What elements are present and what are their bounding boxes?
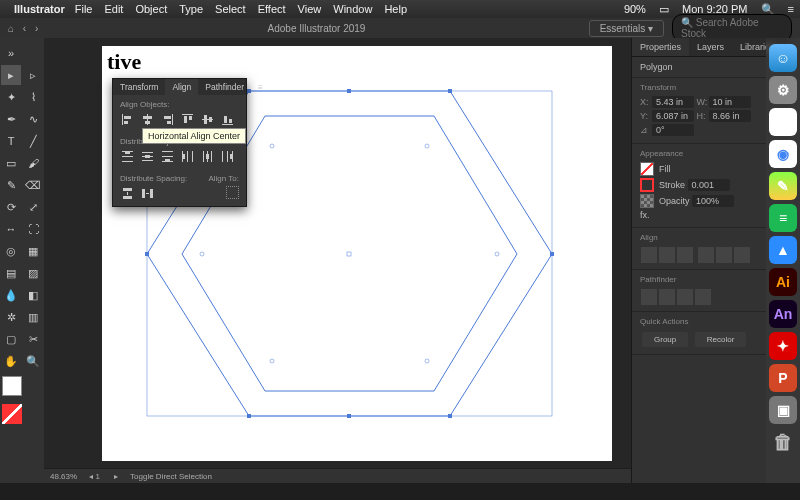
p-align-right-icon[interactable] (677, 247, 693, 263)
brand-text[interactable]: tive (107, 49, 141, 75)
stroke-color-well[interactable] (2, 404, 22, 424)
paintbrush-tool[interactable]: 🖌 (23, 153, 43, 173)
menu-window[interactable]: Window (333, 3, 372, 15)
fwd-icon[interactable]: › (35, 23, 38, 34)
panel-menu-icon[interactable]: ≡ (251, 79, 270, 95)
align-hcenter-icon[interactable] (140, 112, 155, 127)
dock-finder[interactable]: ☺ (769, 44, 797, 72)
recolor-button[interactable]: Recolor (695, 332, 747, 347)
tab-transform[interactable]: Transform (113, 79, 165, 95)
lasso-tool[interactable]: ⌇ (23, 87, 43, 107)
hand-tool[interactable]: ✋ (1, 351, 21, 371)
perspective-tool[interactable]: ▦ (23, 241, 43, 261)
rectangle-tool[interactable]: ▭ (1, 153, 21, 173)
dock-safari[interactable]: ▲ (769, 236, 797, 264)
tab-align[interactable]: Align (165, 79, 198, 95)
menu-effect[interactable]: Effect (258, 3, 286, 15)
dist-top-icon[interactable] (120, 149, 135, 164)
direct-selection-tool[interactable]: ▹ (23, 65, 43, 85)
transform-x[interactable]: 5.43 in (652, 96, 694, 108)
dock-spotify[interactable]: ≡ (769, 204, 797, 232)
gradient-tool[interactable]: ▨ (23, 263, 43, 283)
dock-settings[interactable]: ⚙ (769, 76, 797, 104)
dock-animate[interactable]: An (769, 300, 797, 328)
menu-type[interactable]: Type (179, 3, 203, 15)
pen-tool[interactable]: ✒ (1, 109, 21, 129)
stroke-swatch[interactable] (640, 178, 654, 192)
free-transform-tool[interactable]: ⛶ (23, 219, 43, 239)
tab-pathfinder[interactable]: Pathfinder (198, 79, 251, 95)
p-align-left-icon[interactable] (641, 247, 657, 263)
blend-tool[interactable]: ◧ (23, 285, 43, 305)
mesh-tool[interactable]: ▤ (1, 263, 21, 283)
dock-illustrator[interactable]: Ai (769, 268, 797, 296)
dist-space-h-icon[interactable] (140, 186, 155, 201)
dock-trash[interactable]: 🗑 (769, 428, 797, 456)
shaper-tool[interactable]: ✎ (1, 175, 21, 195)
p-align-hcenter-icon[interactable] (659, 247, 675, 263)
artboard-nav[interactable]: ◂ 1 ▸ (89, 472, 118, 481)
opacity-value[interactable]: 100% (692, 195, 734, 207)
menu-select[interactable]: Select (215, 3, 246, 15)
p-align-bottom-icon[interactable] (734, 247, 750, 263)
menu-help[interactable]: Help (384, 3, 407, 15)
transform-angle[interactable]: 0° (652, 124, 694, 136)
menu-edit[interactable]: Edit (104, 3, 123, 15)
align-right-icon[interactable] (160, 112, 175, 127)
workspace-switcher[interactable]: Essentials ▾ (589, 20, 664, 37)
dist-right-icon[interactable] (220, 149, 235, 164)
pf-exclude-icon[interactable] (695, 289, 711, 305)
align-bottom-icon[interactable] (220, 112, 235, 127)
shape-builder-tool[interactable]: ◎ (1, 241, 21, 261)
menu-object[interactable]: Object (135, 3, 167, 15)
group-button[interactable]: Group (642, 332, 688, 347)
back-icon[interactable]: ‹ (23, 23, 26, 34)
eraser-tool[interactable]: ⌫ (23, 175, 43, 195)
transform-y[interactable]: 6.087 in (652, 110, 694, 122)
line-tool[interactable]: ╱ (23, 131, 43, 151)
dock-notes[interactable]: ✎ (769, 172, 797, 200)
eyedropper-tool[interactable]: 💧 (1, 285, 21, 305)
tab-properties[interactable]: Properties (632, 38, 689, 56)
curvature-tool[interactable]: ∿ (23, 109, 43, 129)
dist-space-v-icon[interactable] (120, 186, 135, 201)
zoom-tool[interactable]: 🔍 (23, 351, 43, 371)
dock-powerpoint[interactable]: P (769, 364, 797, 392)
symbol-sprayer-tool[interactable]: ✲ (1, 307, 21, 327)
spotlight-icon[interactable]: 🔍 (761, 3, 775, 15)
dock-folder[interactable]: ▣ (769, 396, 797, 424)
pf-intersect-icon[interactable] (677, 289, 693, 305)
menu-file[interactable]: File (75, 3, 93, 15)
align-vcenter-icon[interactable] (200, 112, 215, 127)
dock-acrobat[interactable]: ✦ (769, 332, 797, 360)
dock-photos[interactable]: ✿ (769, 108, 797, 136)
menubar-list-icon[interactable]: ≡ (788, 3, 794, 15)
dist-bottom-icon[interactable] (160, 149, 175, 164)
panel-toggle-icon[interactable]: » (1, 43, 21, 63)
transform-w[interactable]: 10 in (709, 96, 751, 108)
home-icon[interactable]: ⌂ (8, 23, 14, 34)
dock-chrome[interactable]: ◉ (769, 140, 797, 168)
width-tool[interactable]: ↔ (1, 219, 21, 239)
stroke-weight[interactable]: 0.001 (688, 179, 730, 191)
column-graph-tool[interactable]: ▥ (23, 307, 43, 327)
magic-wand-tool[interactable]: ✦ (1, 87, 21, 107)
p-align-vcenter-icon[interactable] (716, 247, 732, 263)
dist-left-icon[interactable] (180, 149, 195, 164)
dist-hcenter-icon[interactable] (200, 149, 215, 164)
align-left-icon[interactable] (120, 112, 135, 127)
scale-tool[interactable]: ⤢ (23, 197, 43, 217)
type-tool[interactable]: T (1, 131, 21, 151)
tab-layers[interactable]: Layers (689, 38, 732, 56)
battery-status[interactable]: 90% (624, 3, 646, 15)
zoom-level[interactable]: 48.63% (50, 472, 77, 481)
fill-color-well[interactable] (2, 376, 22, 396)
fx-icon[interactable]: fx. (640, 210, 650, 220)
pf-minus-icon[interactable] (659, 289, 675, 305)
align-to-icon[interactable] (226, 186, 239, 199)
battery-icon[interactable]: ▭ (659, 3, 669, 15)
selection-tool[interactable]: ▸ (1, 65, 21, 85)
app-name-menu[interactable]: Illustrator (14, 3, 65, 15)
pf-unite-icon[interactable] (641, 289, 657, 305)
p-align-top-icon[interactable] (698, 247, 714, 263)
